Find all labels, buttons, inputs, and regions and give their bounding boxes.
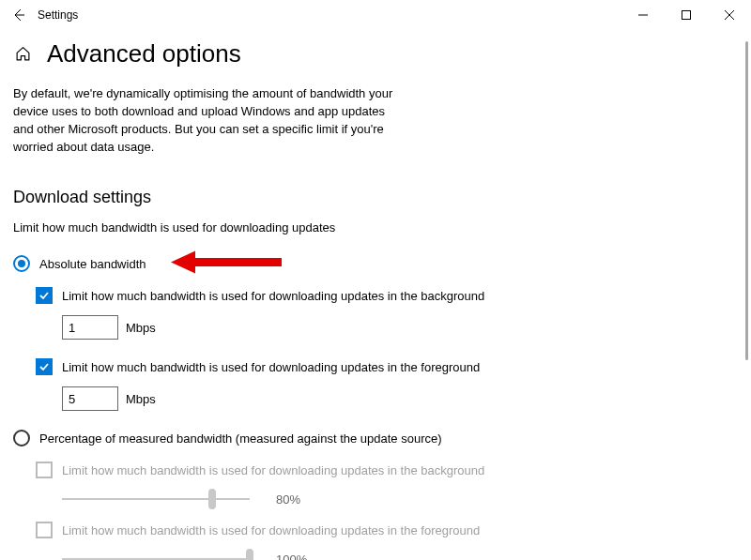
checkbox-icon bbox=[36, 358, 53, 375]
check-icon bbox=[38, 290, 50, 301]
slider-pct-foreground: 100% bbox=[62, 550, 715, 560]
checkbox-icon bbox=[36, 287, 53, 304]
app-title: Settings bbox=[38, 8, 78, 22]
download-settings-subheading: Limit how much bandwidth is used for dow… bbox=[13, 220, 715, 235]
close-button[interactable] bbox=[708, 0, 751, 30]
slider-track-bg bbox=[62, 490, 250, 508]
radio-label: Percentage of measured bandwidth (measur… bbox=[39, 431, 442, 446]
background-bandwidth-input[interactable] bbox=[62, 315, 118, 340]
arrow-left-icon bbox=[11, 8, 26, 23]
unit-label: Mbps bbox=[126, 321, 156, 335]
checkbox-icon bbox=[36, 462, 53, 478]
checkbox-label: Limit how much bandwidth is used for dow… bbox=[62, 523, 480, 537]
checkbox-limit-foreground[interactable]: Limit how much bandwidth is used for dow… bbox=[36, 358, 715, 375]
home-icon bbox=[15, 46, 31, 62]
check-icon bbox=[38, 361, 50, 372]
annotation-arrow bbox=[171, 249, 284, 280]
home-button[interactable] bbox=[13, 46, 32, 62]
checkbox-pct-foreground: Limit how much bandwidth is used for dow… bbox=[36, 522, 715, 538]
percentage-bandwidth-options: Limit how much bandwidth is used for dow… bbox=[36, 462, 715, 560]
scrollbar[interactable] bbox=[738, 30, 751, 560]
slider-pct-background: 80% bbox=[62, 490, 715, 508]
radio-label: Absolute bandwidth bbox=[39, 257, 146, 271]
window-controls bbox=[621, 0, 751, 30]
download-settings-heading: Download settings bbox=[13, 188, 715, 207]
minimize-button[interactable] bbox=[621, 0, 665, 30]
absolute-bandwidth-options: Limit how much bandwidth is used for dow… bbox=[36, 287, 715, 411]
slider-thumb bbox=[246, 549, 253, 560]
radio-percentage-bandwidth[interactable]: Percentage of measured bandwidth (measur… bbox=[13, 430, 715, 446]
maximize-button[interactable] bbox=[665, 0, 708, 30]
titlebar: Settings bbox=[0, 0, 751, 30]
page-title: Advanced options bbox=[47, 39, 241, 68]
background-bandwidth-row: Mbps bbox=[62, 315, 715, 340]
pct-value: 80% bbox=[276, 492, 300, 507]
checkbox-limit-background[interactable]: Limit how much bandwidth is used for dow… bbox=[36, 287, 715, 304]
svg-marker-6 bbox=[171, 251, 195, 274]
scrollbar-thumb[interactable] bbox=[745, 41, 748, 360]
intro-text: By default, we're dynamically optimising… bbox=[13, 85, 407, 156]
content-area: Advanced options By default, we're dynam… bbox=[0, 30, 738, 560]
checkbox-icon bbox=[36, 522, 53, 538]
close-icon bbox=[725, 10, 734, 20]
pct-value: 100% bbox=[276, 552, 307, 560]
foreground-bandwidth-input[interactable] bbox=[62, 386, 118, 411]
foreground-bandwidth-row: Mbps bbox=[62, 386, 715, 411]
minimize-icon bbox=[638, 10, 648, 20]
back-button[interactable] bbox=[0, 0, 38, 30]
radio-icon bbox=[13, 430, 30, 446]
slider-thumb bbox=[208, 489, 216, 509]
page-header: Advanced options bbox=[13, 39, 715, 68]
checkbox-label: Limit how much bandwidth is used for dow… bbox=[62, 463, 484, 477]
radio-icon bbox=[13, 255, 30, 272]
svg-rect-2 bbox=[682, 11, 691, 20]
checkbox-pct-background: Limit how much bandwidth is used for dow… bbox=[36, 462, 715, 478]
maximize-icon bbox=[682, 10, 691, 20]
radio-absolute-bandwidth[interactable]: Absolute bandwidth bbox=[13, 255, 715, 272]
checkbox-label: Limit how much bandwidth is used for dow… bbox=[62, 289, 484, 303]
checkbox-label: Limit how much bandwidth is used for dow… bbox=[62, 360, 480, 374]
unit-label: Mbps bbox=[126, 392, 156, 406]
slider-track-fg bbox=[62, 550, 250, 560]
